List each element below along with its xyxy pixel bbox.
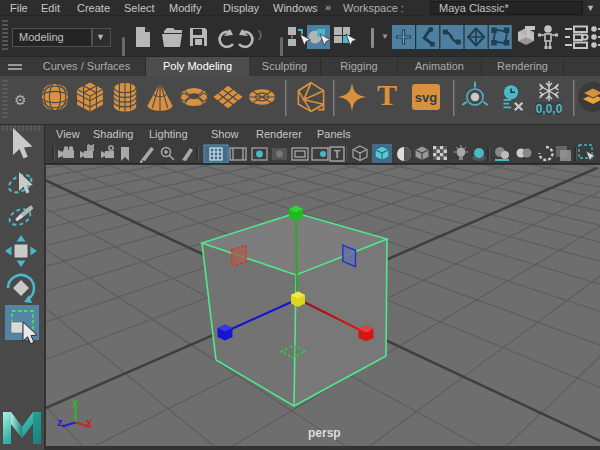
- svg-text:z: z: [57, 416, 63, 428]
- svg-text:T: T: [377, 78, 397, 111]
- svg-text:y: y: [72, 395, 79, 407]
- svg-text:0,0,0: 0,0,0: [536, 102, 563, 116]
- svg-text:T: T: [334, 148, 341, 160]
- svg-text:x: x: [86, 416, 93, 428]
- svg-text:svg: svg: [415, 90, 437, 105]
- svg-text:persp: persp: [308, 426, 341, 440]
